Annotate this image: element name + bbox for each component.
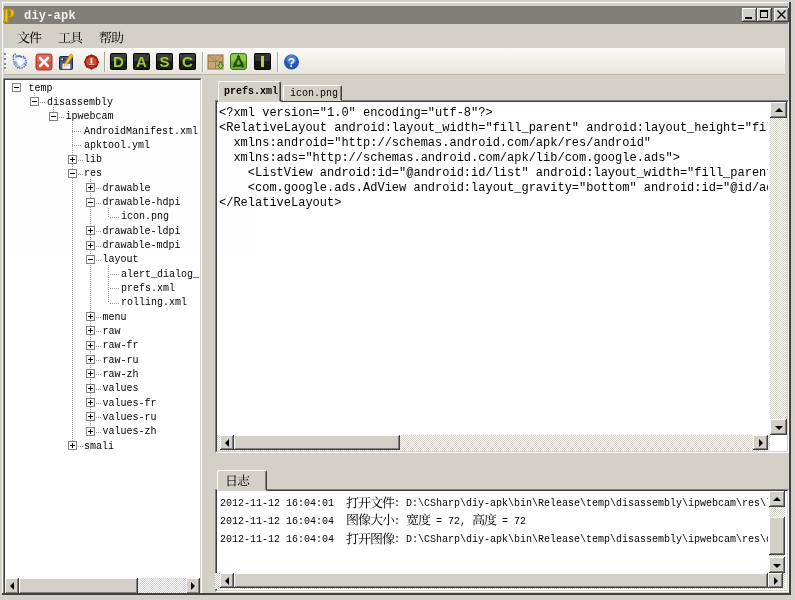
svg-text:A: A [136, 53, 147, 70]
svg-text:P: P [3, 7, 15, 24]
svg-text:S: S [159, 53, 169, 70]
svg-text:?: ? [288, 56, 295, 70]
svg-text:C: C [182, 53, 193, 70]
svg-text:D: D [113, 53, 124, 70]
